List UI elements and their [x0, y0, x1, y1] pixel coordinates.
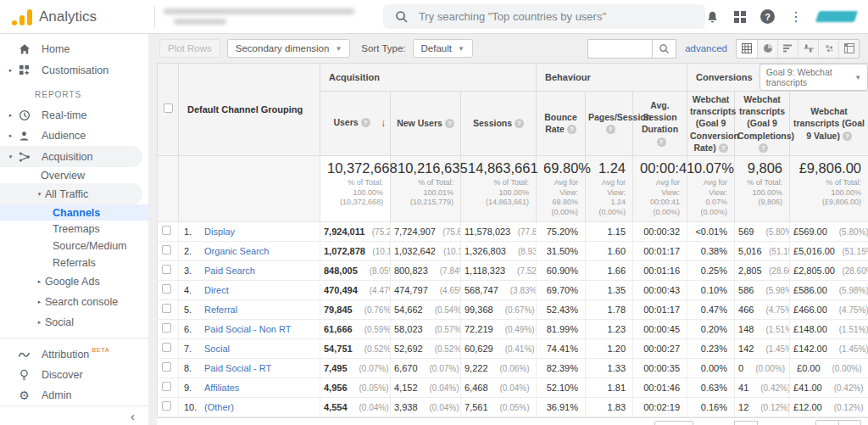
completions-cell: 142(1.45%): [735, 338, 790, 358]
help-tooltip-icon[interactable]: ?: [606, 125, 615, 134]
help-tooltip-icon[interactable]: ?: [843, 131, 852, 141]
clock-icon: [18, 109, 31, 121]
table-row: 1.Display 7,924,011(75.23%) 7,724,907(75…: [158, 221, 868, 241]
table-row: 6.Paid Social - Non RT 61,666(0.59%) 58,…: [158, 319, 868, 338]
show-rows-select[interactable]: 10 ▼: [654, 421, 693, 425]
sidebar-item-treemaps[interactable]: Treemaps: [0, 221, 148, 238]
column-header-new-users[interactable]: New Users?: [391, 92, 461, 156]
sidebar-item-social[interactable]: ▸ Social: [0, 312, 148, 333]
goal-selector-dropdown[interactable]: Goal 9: Webchat transcripts ▼: [760, 64, 868, 91]
select-all-checkbox[interactable]: [158, 64, 179, 156]
channel-link[interactable]: Affiliates: [204, 383, 239, 393]
previous-page-button[interactable]: ‹: [816, 421, 838, 425]
row-checkbox[interactable]: [158, 377, 179, 397]
sidebar-item-home[interactable]: Home: [0, 39, 148, 59]
sidebar-item-customisation[interactable]: ▸ Customisation: [0, 59, 148, 80]
channel-link[interactable]: Paid Social - Non RT: [204, 324, 292, 334]
view-term-cloud-button[interactable]: [818, 40, 838, 58]
help-tooltip-icon[interactable]: ?: [567, 125, 576, 134]
sidebar-item-acquisition[interactable]: ▾ Acquisition: [0, 146, 142, 166]
sidebar-item-source-medium[interactable]: Source/Medium: [0, 238, 148, 254]
row-checkbox[interactable]: [158, 280, 179, 299]
global-search-input[interactable]: [417, 9, 693, 24]
help-icon[interactable]: ?: [760, 9, 775, 24]
help-tooltip-icon[interactable]: ?: [719, 143, 728, 153]
bounce-rate-cell: 74.41%: [537, 338, 586, 358]
channel-link[interactable]: Paid Search: [204, 266, 255, 276]
row-checkbox[interactable]: [158, 338, 179, 358]
table-search-input[interactable]: [587, 39, 652, 59]
column-header-pages-session[interactable]: Pages/Session?: [586, 92, 633, 156]
column-header-sessions[interactable]: Sessions?: [461, 92, 537, 156]
row-checkbox[interactable]: [158, 358, 179, 377]
row-checkbox[interactable]: [158, 299, 179, 319]
topbar-divider: [154, 6, 155, 28]
secondary-dimension-button[interactable]: Secondary dimension ▼: [227, 39, 351, 58]
ga-logo-area[interactable]: Analytics: [12, 8, 146, 25]
sidebar-item-channels[interactable]: Channels: [0, 204, 148, 221]
column-header-bounce-rate[interactable]: Bounce Rate?: [537, 92, 586, 156]
channel-link[interactable]: Social: [204, 344, 230, 354]
row-rank: 2.: [184, 246, 204, 256]
plot-rows-button[interactable]: Plot Rows: [159, 39, 220, 58]
help-tooltip-icon[interactable]: ?: [515, 119, 524, 128]
pages-session-cell: 1.78: [586, 299, 633, 319]
help-tooltip-icon[interactable]: ?: [759, 143, 768, 153]
table-search-button[interactable]: [652, 39, 676, 59]
row-rank: 8.: [184, 363, 204, 373]
row-checkbox[interactable]: [158, 397, 179, 417]
help-tooltip-icon[interactable]: ?: [361, 118, 370, 127]
column-header-avg-session-duration[interactable]: Avg. Session Duration?: [633, 92, 687, 156]
help-tooltip-icon[interactable]: ?: [445, 119, 454, 128]
column-header-goal-conversion-rate[interactable]: Webchat transcripts (Goal 9 Conversion R…: [687, 92, 735, 156]
sidebar-collapse[interactable]: ‹: [0, 405, 148, 425]
next-page-button[interactable]: ›: [838, 421, 860, 425]
apps-grid-icon[interactable]: [734, 11, 746, 23]
goto-page-input[interactable]: [734, 421, 758, 425]
column-header-goal-value[interactable]: Webchat transcripts (Goal 9 Value)?: [790, 92, 868, 156]
view-pivot-button[interactable]: [838, 40, 859, 58]
advanced-search-link[interactable]: advanced: [685, 43, 727, 53]
view-comparison-button[interactable]: [798, 40, 818, 58]
sidebar-item-attribution[interactable]: Attribution BETA: [0, 344, 148, 364]
sidebar-item-all-traffic[interactable]: ▾ All Traffic: [0, 183, 142, 204]
acquisition-icon: [18, 150, 31, 163]
sidebar-item-audience[interactable]: ▸ Audience: [0, 126, 148, 146]
channel-link[interactable]: Referral: [204, 305, 237, 315]
more-vert-icon[interactable]: ⋮: [789, 10, 803, 24]
row-checkbox[interactable]: [158, 260, 179, 280]
sidebar-item-discover[interactable]: Discover: [0, 365, 148, 385]
global-search[interactable]: [383, 4, 705, 29]
channel-link[interactable]: Paid Social - RT: [204, 363, 271, 373]
account-selector[interactable]: [164, 8, 354, 25]
view-percentage-button[interactable]: [757, 40, 777, 58]
channel-link[interactable]: Organic Search: [204, 246, 269, 256]
sidebar-item-referrals[interactable]: Referrals: [0, 254, 148, 271]
pages-session-cell: 1.60: [586, 241, 633, 260]
sort-type-button[interactable]: Default ▼: [413, 39, 473, 58]
goal-value-cell: £586.00(5.98%): [790, 280, 868, 299]
column-header-goal-completions[interactable]: Webchat transcripts (Goal 9 Completions)…: [735, 92, 790, 156]
sidebar-item-search-console[interactable]: ▸ Search console: [0, 292, 148, 312]
column-header-users[interactable]: Users? ↓: [320, 92, 391, 156]
conversion-rate-cell: <0.01%: [687, 221, 735, 241]
channel-link[interactable]: Display: [204, 226, 235, 237]
new-users-cell: 474,797(4.65%): [391, 280, 461, 299]
row-checkbox[interactable]: [158, 241, 179, 260]
sidebar-item-overview[interactable]: Overview: [0, 167, 148, 184]
gear-icon: ⚙: [18, 389, 31, 402]
topbar-actions: ? ⋮: [705, 9, 856, 24]
view-data-table-button[interactable]: [737, 40, 757, 58]
channel-link[interactable]: (Other): [204, 402, 234, 412]
sidebar-item-google-ads[interactable]: ▸ Google Ads: [0, 271, 148, 291]
channel-link[interactable]: Direct: [204, 285, 229, 295]
sidebar-item-real-time[interactable]: ▸ Real-time: [0, 105, 148, 126]
help-tooltip-icon[interactable]: ?: [657, 137, 666, 147]
column-header-channel[interactable]: Default Channel Grouping: [179, 64, 320, 156]
collapse-arrow-icon: ▾: [7, 154, 14, 160]
sidebar-item-admin[interactable]: ⚙ Admin: [0, 385, 148, 405]
view-performance-button[interactable]: [777, 40, 798, 58]
notifications-bell-icon[interactable]: [705, 9, 720, 24]
row-checkbox[interactable]: [158, 221, 179, 241]
row-checkbox[interactable]: [158, 319, 179, 338]
